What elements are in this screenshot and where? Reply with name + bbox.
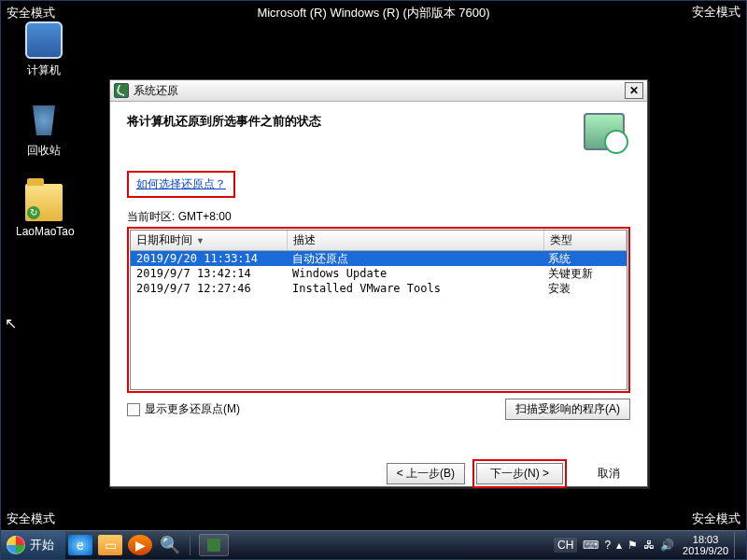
window-titlebar[interactable]: 系统还原 ✕ <box>110 80 647 102</box>
sort-desc-icon: ▼ <box>196 236 204 245</box>
window-title: 系统还原 <box>134 83 178 99</box>
taskbar-separator <box>190 535 190 555</box>
taskbar-explorer-icon[interactable]: ▭ <box>98 535 122 555</box>
desktop-icon-label: 回收站 <box>16 143 72 159</box>
restore-points-highlight: 日期和时间▼ 描述 类型 2019/9/20 11:33:14自动还原点系统20… <box>127 227 630 393</box>
taskbar-media-player-icon[interactable]: ▶ <box>128 535 152 555</box>
safe-mode-label-bl: 安全模式 <box>7 511 55 527</box>
system-restore-icon <box>114 83 129 98</box>
table-cell: 安装 <box>543 281 627 296</box>
timezone-label: 当前时区: GMT+8:00 <box>127 209 630 225</box>
system-restore-icon <box>207 539 220 552</box>
tray-chevron-icon[interactable]: ▴ <box>616 539 622 552</box>
system-restore-window: 系统还原 ✕ 将计算机还原到所选事件之前的状态 如何选择还原点？ 当前时区: G… <box>109 79 648 487</box>
scan-affected-button[interactable]: 扫描受影响的程序(A) <box>505 399 630 420</box>
tray-clock[interactable]: 18:03 2019/9/20 <box>683 534 728 556</box>
show-more-checkbox[interactable] <box>127 403 140 416</box>
start-label: 开始 <box>30 537 54 553</box>
table-cell: 系统 <box>543 251 627 266</box>
tray-date: 2019/9/20 <box>683 545 728 556</box>
taskbar[interactable]: 开始 e ▭ ▶ 🔍 CH ⌨ ? ▴ ⚑ 🖧 🔊 18:03 2019/9/2… <box>1 530 746 559</box>
desktop-icon-laomaotao[interactable]: ↻ LaoMaoTao <box>16 184 72 238</box>
table-cell: 2019/9/20 11:33:14 <box>131 251 287 266</box>
table-row[interactable]: 2019/9/7 13:42:14Windows Update关键更新 <box>131 266 627 281</box>
desktop-icon-label: LaoMaoTao <box>16 225 72 238</box>
taskbar-ie-icon[interactable]: e <box>68 535 92 555</box>
help-link[interactable]: 如何选择还原点？ <box>136 177 226 190</box>
ime-icon[interactable]: ⌨ <box>583 539 599 552</box>
desktop-icon-recycle-bin[interactable]: 回收站 <box>16 102 72 159</box>
show-more-label: 显示更多还原点(M) <box>145 401 240 417</box>
close-button[interactable]: ✕ <box>625 82 643 99</box>
back-button[interactable]: < 上一步(B) <box>387 463 465 484</box>
system-tray[interactable]: CH ⌨ ? ▴ ⚑ 🖧 🔊 18:03 2019/9/20 <box>551 531 746 559</box>
table-cell: 2019/9/7 12:27:46 <box>131 281 287 296</box>
table-row[interactable]: 2019/9/20 11:33:14自动还原点系统 <box>131 251 627 266</box>
start-button[interactable]: 开始 <box>1 531 65 559</box>
help-icon[interactable]: ? <box>604 539 611 552</box>
language-indicator[interactable]: CH <box>554 538 577 553</box>
next-button[interactable]: 下一步(N) > <box>476 463 563 484</box>
help-link-highlight: 如何选择还原点？ <box>127 171 235 198</box>
action-center-icon[interactable]: ⚑ <box>627 539 638 552</box>
cancel-button[interactable]: 取消 <box>587 463 630 484</box>
cursor-icon: ↖ <box>5 315 17 332</box>
next-button-highlight: 下一步(N) > <box>472 459 567 488</box>
table-cell: 自动还原点 <box>287 251 543 266</box>
column-description[interactable]: 描述 <box>288 231 544 250</box>
network-icon[interactable]: 🖧 <box>643 539 655 552</box>
os-build-title: Microsoft (R) Windows (R) (内部版本 7600) <box>1 5 746 21</box>
recycle-bin-icon <box>25 102 63 139</box>
show-desktop-button[interactable] <box>734 532 742 558</box>
table-cell: Installed VMware Tools <box>287 281 543 296</box>
desktop[interactable]: 安全模式 安全模式 安全模式 安全模式 Microsoft (R) Window… <box>0 0 747 560</box>
table-cell: 关键更新 <box>543 266 627 281</box>
table-cell: Windows Update <box>287 266 543 281</box>
restore-points-table[interactable]: 日期和时间▼ 描述 类型 2019/9/20 11:33:14自动还原点系统20… <box>130 230 627 390</box>
folder-icon: ↻ <box>25 184 63 221</box>
taskbar-task-system-restore[interactable] <box>199 534 229 556</box>
desktop-icon-computer[interactable]: 计算机 <box>16 21 72 78</box>
column-type[interactable]: 类型 <box>544 231 627 250</box>
column-date[interactable]: 日期和时间▼ <box>131 231 288 250</box>
taskbar-magnifier-icon[interactable]: 🔍 <box>158 535 182 555</box>
safe-mode-label-br: 安全模式 <box>692 511 740 527</box>
folder-badge-icon: ↻ <box>27 206 40 219</box>
windows-orb-icon <box>7 536 25 554</box>
table-row[interactable]: 2019/9/7 12:27:46Installed VMware Tools安… <box>131 281 627 296</box>
volume-icon[interactable]: 🔊 <box>660 539 674 552</box>
table-header[interactable]: 日期和时间▼ 描述 类型 <box>131 231 627 251</box>
restore-hero-icon <box>584 113 625 150</box>
tray-time: 18:03 <box>683 534 728 545</box>
table-body: 2019/9/20 11:33:14自动还原点系统2019/9/7 13:42:… <box>131 251 627 389</box>
desktop-icon-label: 计算机 <box>16 63 72 78</box>
table-cell: 2019/9/7 13:42:14 <box>131 266 287 281</box>
computer-icon <box>25 21 63 59</box>
page-heading: 将计算机还原到所选事件之前的状态 <box>127 113 584 130</box>
